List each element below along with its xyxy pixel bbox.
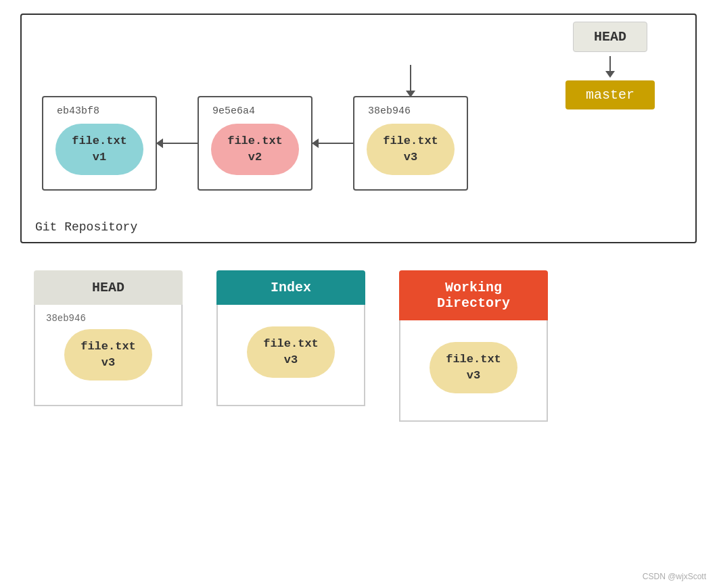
bottom-workdir-body: file.txtv3 (399, 320, 548, 422)
blob-2: file.txtv2 (211, 124, 299, 175)
commits-row: eb43bf8 file.txtv1 9e5e6a4 file.txtv2 (42, 96, 675, 191)
bottom-head-header: HEAD (34, 270, 183, 305)
repo-label: Git Repository (35, 220, 137, 234)
arrow-3-to-2 (313, 143, 353, 144)
bottom-index-header: Index (216, 270, 365, 305)
head-master-group: HEAD master (565, 22, 655, 109)
bottom-index-blob: file.txtv3 (247, 326, 335, 378)
bottom-index-section: Index file.txtv3 (216, 270, 365, 422)
head-to-master-arrow (609, 56, 611, 72)
blob-3: file.txtv3 (367, 124, 455, 175)
repo-box: HEAD master eb43bf8 file.txtv1 9e5e6a4 f (20, 14, 697, 243)
arrow-2-to-1 (157, 143, 198, 144)
bottom-row: HEAD 38eb946 file.txtv3 Index file.txtv3… (34, 270, 697, 422)
bottom-workdir-blob: file.txtv3 (430, 342, 517, 393)
bottom-workdir-section: WorkingDirectory file.txtv3 (399, 270, 548, 422)
master-label: master (565, 80, 655, 109)
bottom-workdir-header: WorkingDirectory (399, 270, 548, 320)
watermark: CSDN @wjxScott (643, 572, 706, 581)
head-label: HEAD (573, 22, 647, 52)
commit-hash-2: 9e5e6a4 (210, 105, 255, 117)
bottom-index-body: file.txtv3 (216, 305, 365, 406)
blob-1: file.txtv1 (55, 124, 143, 175)
commit-38eb946: 38eb946 file.txtv3 (353, 96, 468, 191)
bottom-head-hash: 38eb946 (46, 313, 86, 324)
bottom-head-body: 38eb946 file.txtv3 (34, 305, 183, 406)
commit-eb43bf8: eb43bf8 file.txtv1 (42, 96, 157, 191)
commit-hash-3: 38eb946 (365, 105, 411, 117)
bottom-head-section: HEAD 38eb946 file.txtv3 (34, 270, 183, 422)
commit-hash-1: eb43bf8 (54, 105, 99, 117)
bottom-head-blob: file.txtv3 (64, 329, 152, 381)
commit-9e5e6a4: 9e5e6a4 file.txtv2 (198, 96, 313, 191)
